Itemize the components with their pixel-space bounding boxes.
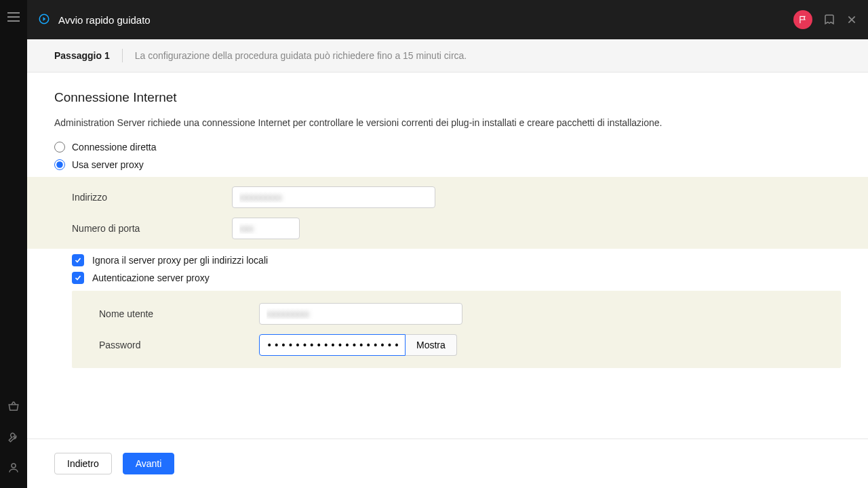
radio-proxy-input[interactable] [54,159,65,170]
radio-direct-label: Connessione diretta [72,142,157,152]
page-title: Avvio rapido guidato [58,14,151,26]
step-subtitle: La configurazione della procedura guidat… [135,50,467,61]
username-label: Nome utente [99,308,259,319]
show-password-button[interactable]: Mostra [406,334,457,356]
wrench-icon[interactable] [7,431,20,445]
radio-proxy-label: Usa server proxy [72,159,144,170]
check-icon [72,254,84,266]
svg-point-0 [12,464,16,468]
checkbox-proxy-auth[interactable]: Autenticazione server proxy [72,272,841,284]
section-description: Administration Server richiede una conne… [54,117,841,128]
checkbox-proxy-auth-label: Autenticazione server proxy [92,272,210,283]
address-label: Indirizzo [72,192,232,203]
step-label: Passaggio 1 [54,50,110,61]
user-icon[interactable] [7,462,20,476]
radio-use-proxy[interactable]: Usa server proxy [54,159,841,170]
radio-direct-input[interactable] [54,142,65,152]
port-label: Numero di porta [72,223,232,234]
bookmark-icon[interactable] [823,14,835,26]
basket-icon[interactable] [7,401,20,415]
proxy-auth-form-block: Nome utente Password Mostra [72,291,841,368]
back-button[interactable]: Indietro [54,453,112,474]
header: Avvio rapido guidato [27,0,868,39]
radio-direct-connection[interactable]: Connessione diretta [54,142,841,152]
wizard-icon [38,13,50,27]
content: Connessione Internet Administration Serv… [27,73,868,439]
port-input[interactable] [232,218,300,239]
proxy-form-block: Indirizzo Numero di porta [27,177,868,249]
check-icon [72,272,84,284]
username-input[interactable] [259,303,462,325]
checkbox-bypass-label: Ignora il server proxy per gli indirizzi… [92,255,268,266]
password-input[interactable] [259,334,406,356]
step-bar: Passaggio 1 La configurazione della proc… [27,39,868,73]
password-label: Password [99,340,259,350]
next-button[interactable]: Avanti [123,453,175,474]
flag-button[interactable] [793,10,812,29]
sidebar [0,0,27,488]
address-input[interactable] [232,186,435,208]
footer: Indietro Avanti [27,439,868,488]
checkbox-bypass-local[interactable]: Ignora il server proxy per gli indirizzi… [72,254,841,266]
menu-icon[interactable] [7,12,20,22]
close-icon[interactable] [846,14,857,25]
section-title: Connessione Internet [54,90,841,105]
